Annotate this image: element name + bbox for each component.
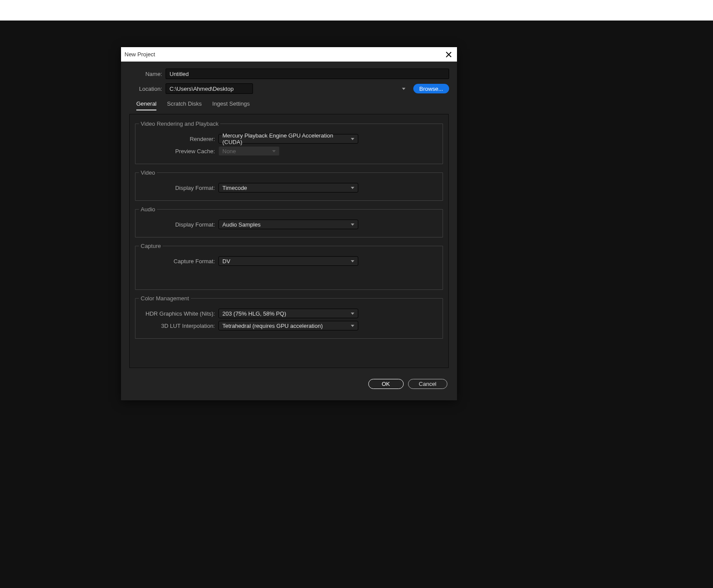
audio-display-format-label: Display Format: xyxy=(140,221,215,228)
audio-display-format-select[interactable]: Audio Samples xyxy=(218,220,358,229)
new-project-dialog: New Project Name: Location: Browse... Ge… xyxy=(121,47,457,400)
video-display-format-label: Display Format: xyxy=(140,185,215,191)
chevron-down-icon xyxy=(351,325,354,327)
group-video: Video Display Format: Timecode xyxy=(135,169,443,201)
tab-general[interactable]: General xyxy=(136,99,156,110)
renderer-label: Renderer: xyxy=(140,136,215,142)
chevron-down-icon xyxy=(402,88,405,90)
preview-cache-row: Preview Cache: None xyxy=(140,146,438,156)
chevron-down-icon xyxy=(272,150,276,152)
location-label: Location: xyxy=(129,86,162,92)
group-color-legend: Color Management xyxy=(139,295,191,302)
group-audio-legend: Audio xyxy=(139,206,157,213)
renderer-value: Mercury Playback Engine GPU Acceleration… xyxy=(222,132,346,145)
page-white-strip xyxy=(0,0,713,21)
capture-format-select[interactable]: DV xyxy=(218,256,358,266)
general-pane: Video Rendering and Playback Renderer: M… xyxy=(129,114,449,368)
chevron-down-icon xyxy=(351,187,354,189)
tab-row: General Scratch Disks Ingest Settings xyxy=(129,99,449,110)
page-dark-area: New Project Name: Location: Browse... Ge… xyxy=(0,21,713,588)
location-dropdown-wrap xyxy=(166,83,409,94)
cancel-button[interactable]: Cancel xyxy=(408,379,447,389)
tab-scratch-disks[interactable]: Scratch Disks xyxy=(167,99,201,110)
name-input[interactable] xyxy=(166,69,449,79)
group-video-legend: Video xyxy=(139,169,157,176)
preview-cache-label: Preview Cache: xyxy=(140,148,215,155)
renderer-select[interactable]: Mercury Playback Engine GPU Acceleration… xyxy=(218,134,358,144)
lut-row: 3D LUT Interpolation: Tetrahedral (requi… xyxy=(140,321,438,330)
location-input[interactable] xyxy=(166,83,253,94)
lut-select[interactable]: Tetrahedral (requires GPU acceleration) xyxy=(218,321,358,330)
button-row: OK Cancel xyxy=(129,368,449,396)
ok-button[interactable]: OK xyxy=(368,379,404,389)
browse-button[interactable]: Browse... xyxy=(413,84,449,93)
hdr-value: 203 (75% HLG, 58% PQ) xyxy=(222,310,286,317)
name-label: Name: xyxy=(129,71,162,77)
capture-format-value: DV xyxy=(222,258,230,265)
capture-format-label: Capture Format: xyxy=(140,258,215,265)
tabs-container: General Scratch Disks Ingest Settings Vi… xyxy=(129,98,449,368)
preview-cache-select: None xyxy=(218,146,280,156)
chevron-down-icon xyxy=(351,313,354,315)
renderer-row: Renderer: Mercury Playback Engine GPU Ac… xyxy=(140,134,438,144)
chevron-down-icon xyxy=(351,260,354,262)
chevron-down-icon xyxy=(351,224,354,226)
group-capture: Capture Capture Format: DV xyxy=(135,243,443,290)
video-display-format-select[interactable]: Timecode xyxy=(218,183,358,193)
name-row: Name: xyxy=(129,69,449,79)
hdr-row: HDR Graphics White (Nits): 203 (75% HLG,… xyxy=(140,309,438,318)
preview-cache-value: None xyxy=(222,148,236,155)
audio-display-format-row: Display Format: Audio Samples xyxy=(140,220,438,229)
group-capture-legend: Capture xyxy=(139,243,163,249)
video-display-format-value: Timecode xyxy=(222,185,247,191)
capture-format-row: Capture Format: DV xyxy=(140,256,438,266)
group-rendering: Video Rendering and Playback Renderer: M… xyxy=(135,120,443,164)
close-icon[interactable] xyxy=(446,52,452,58)
dialog-body: Name: Location: Browse... General Scratc… xyxy=(121,62,457,400)
location-row: Location: Browse... xyxy=(129,83,449,94)
hdr-label: HDR Graphics White (Nits): xyxy=(140,310,215,317)
chevron-down-icon xyxy=(351,138,354,140)
group-color: Color Management HDR Graphics White (Nit… xyxy=(135,295,443,339)
video-display-format-row: Display Format: Timecode xyxy=(140,183,438,193)
audio-display-format-value: Audio Samples xyxy=(222,221,260,228)
lut-value: Tetrahedral (requires GPU acceleration) xyxy=(222,323,323,329)
dialog-title: New Project xyxy=(125,51,155,58)
lut-label: 3D LUT Interpolation: xyxy=(140,323,215,329)
tab-ingest-settings[interactable]: Ingest Settings xyxy=(212,99,250,110)
dialog-titlebar: New Project xyxy=(121,47,457,62)
group-rendering-legend: Video Rendering and Playback xyxy=(139,120,220,127)
group-audio: Audio Display Format: Audio Samples xyxy=(135,206,443,237)
hdr-select[interactable]: 203 (75% HLG, 58% PQ) xyxy=(218,309,358,318)
